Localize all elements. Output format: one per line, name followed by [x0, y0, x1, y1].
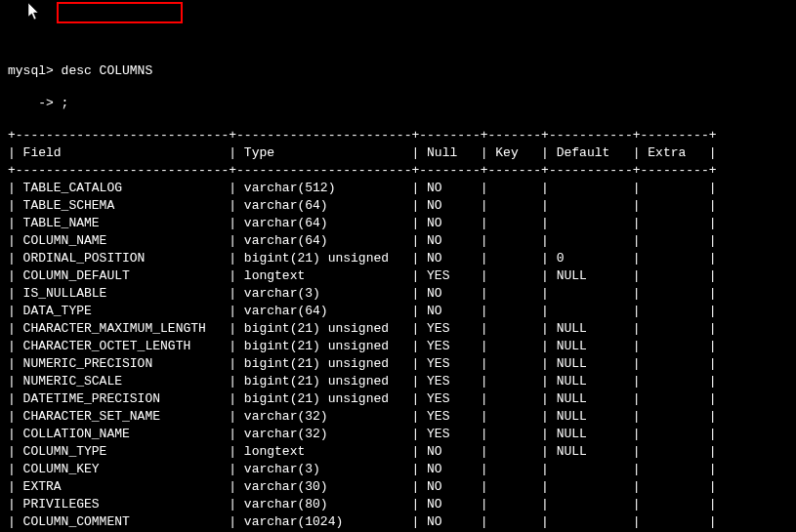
table-row: | CHARACTER_OCTET_LENGTH | bigint(21) un… [0, 338, 796, 355]
table-row: | COLUMN_DEFAULT | longtext | YES | | NU… [0, 267, 796, 285]
table-separator: +----------------------------+----------… [0, 162, 796, 180]
table-row: | NUMERIC_PRECISION | bigint(21) unsigne… [0, 355, 796, 373]
table-row: | EXTRA | varchar(30) | NO | | | | [0, 478, 796, 496]
table-row: | COLLATION_NAME | varchar(32) | YES | |… [0, 426, 796, 443]
table-row: | CHARACTER_MAXIMUM_LENGTH | bigint(21) … [0, 320, 796, 338]
table-row: | TABLE_CATALOG | varchar(512) | NO | | … [0, 180, 796, 197]
table-header-row: | Field | Type | Null | Key | Default | … [0, 144, 796, 162]
table-row: | DATA_TYPE | varchar(64) | NO | | | | [0, 303, 796, 320]
table-row: | DATETIME_PRECISION | bigint(21) unsign… [0, 390, 796, 408]
table-row: | COLUMN_TYPE | longtext | NO | | NULL |… [0, 443, 796, 461]
table-row: | COLUMN_NAME | varchar(64) | NO | | | | [0, 232, 796, 250]
desc-table: +----------------------------+----------… [0, 127, 796, 532]
table-separator: +----------------------------+----------… [0, 127, 796, 144]
mouse-cursor-icon [28, 3, 40, 20]
table-row: | COLUMN_COMMENT | varchar(1024) | NO | … [0, 513, 796, 531]
table-row: | CHARACTER_SET_NAME | varchar(32) | YES… [0, 408, 796, 426]
highlight-annotation [57, 2, 183, 23]
table-row: | PRIVILEGES | varchar(80) | NO | | | | [0, 496, 796, 513]
table-row: | IS_NULLABLE | varchar(3) | NO | | | | [0, 285, 796, 303]
table-row: | COLUMN_KEY | varchar(3) | NO | | | | [0, 461, 796, 478]
table-row: | ORDINAL_POSITION | bigint(21) unsigned… [0, 250, 796, 267]
prompt-line-1: mysql> desc COLUMNS [0, 62, 796, 80]
prompt-line-2: -> ; [0, 95, 796, 112]
table-row: | NUMERIC_SCALE | bigint(21) unsigned | … [0, 373, 796, 390]
table-row: | TABLE_NAME | varchar(64) | NO | | | | [0, 215, 796, 232]
table-row: | TABLE_SCHEMA | varchar(64) | NO | | | … [0, 197, 796, 215]
